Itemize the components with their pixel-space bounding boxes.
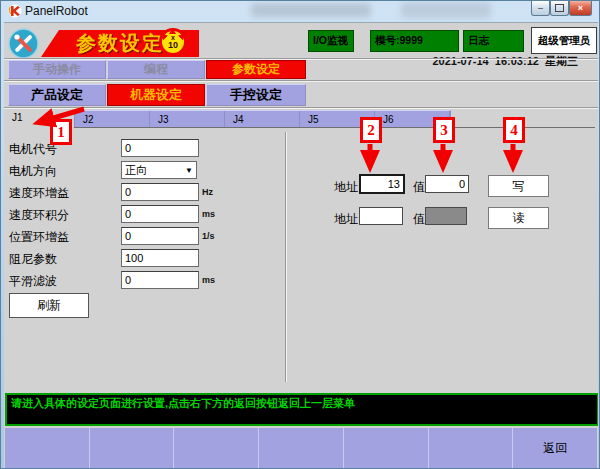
tab-product-settings[interactable]: 产品设定 <box>8 84 106 106</box>
tab-handctrl-settings[interactable]: 手控设定 <box>206 84 306 106</box>
status-bar: 请进入具体的设定页面进行设置,点击右下方的返回按钮返回上一层菜单 <box>5 393 598 426</box>
field-label-smooth-filter: 平滑滤波 <box>9 273 57 290</box>
divider <box>4 80 598 82</box>
bottom-button-empty-5[interactable] <box>343 428 428 468</box>
annotation-marker-2: 2 <box>360 117 382 143</box>
maximize-icon <box>555 4 564 12</box>
tab-machine-settings[interactable]: 机器设定 <box>107 84 205 106</box>
speed-loop-integral-input[interactable] <box>121 205 199 223</box>
motor-direction-value: 正向 <box>125 163 147 178</box>
close-button[interactable]: × <box>569 1 592 16</box>
tab-programming[interactable]: 编程 <box>107 60 205 79</box>
window-title: PanelRobot <box>25 4 88 18</box>
position-loop-gain-input[interactable] <box>121 227 199 245</box>
axis-tab-j3[interactable]: J3 <box>150 111 225 127</box>
titlebar-glass-blur <box>401 2 491 18</box>
field-label-motor-direction: 电机方向 <box>9 163 57 180</box>
write-value-label: 值 <box>413 179 425 196</box>
field-label-damping-param: 阻尼参数 <box>9 251 57 268</box>
write-button[interactable]: 写 <box>488 175 549 197</box>
dropdown-arrow-icon: ▼ <box>185 166 193 175</box>
tab-manual-operation[interactable]: 手动操作 <box>8 60 106 79</box>
window-controls: – × <box>531 1 592 16</box>
write-address-input[interactable] <box>359 174 405 194</box>
bottom-button-bar: 返回 <box>5 428 597 468</box>
bottom-button-empty-3[interactable] <box>173 428 258 468</box>
refresh-button[interactable]: 刷新 <box>9 293 89 318</box>
client-area: 参数设定 x 10 I/O监视 模号:9999 日志 超级管理员 2021-07… <box>4 22 598 468</box>
speed-loop-gain-input[interactable] <box>121 183 199 201</box>
panel-divider <box>285 132 287 382</box>
tools-icon <box>8 28 39 59</box>
axis-tab-j4[interactable]: J4 <box>225 111 300 127</box>
write-address-label: 地址 <box>334 179 358 196</box>
axis-tab-j2[interactable]: J2 <box>75 111 150 127</box>
axis-tab-j1-active[interactable]: J1 <box>12 112 23 123</box>
divider <box>4 107 598 109</box>
app-window: PanelRobot – × 参数设定 x 10 I/O监视 模号:9999 日… <box>0 0 600 469</box>
datetime-display: 2021-07-14 16:03:12 星期三 <box>432 54 578 69</box>
write-value-input[interactable] <box>425 175 469 193</box>
annotation-marker-1: 1 <box>50 119 72 145</box>
user-role-badge[interactable]: 超级管理员 <box>531 27 597 54</box>
bottom-button-empty-6[interactable] <box>428 428 513 468</box>
read-button[interactable]: 读 <box>488 207 549 229</box>
gauge-bottom-label: 10 <box>168 41 178 50</box>
bottom-button-empty-4[interactable] <box>258 428 343 468</box>
unit-1s-label: 1/s <box>202 231 215 241</box>
motor-direction-select[interactable]: 正向 ▼ <box>121 161 197 179</box>
gauge-x10-icon: x 10 <box>159 28 187 56</box>
log-button[interactable]: 日志 <box>463 30 524 52</box>
unit-ms-label: ms <box>202 275 215 285</box>
unit-ms-label: ms <box>202 209 215 219</box>
title-bar: PanelRobot – × <box>1 1 599 22</box>
read-value-label: 值 <box>413 211 425 228</box>
field-label-speed-loop-gain: 速度环增益 <box>9 185 69 202</box>
read-address-input[interactable] <box>359 207 403 225</box>
damping-param-input[interactable] <box>121 249 199 267</box>
annotation-marker-3: 3 <box>433 117 455 143</box>
app-logo-icon <box>8 4 22 18</box>
field-label-position-loop-gain: 位置环增益 <box>9 229 69 246</box>
read-address-label: 地址 <box>334 211 358 228</box>
gauge-notch <box>169 28 176 34</box>
minimize-button[interactable]: – <box>531 1 550 16</box>
titlebar-glass-blur <box>251 3 371 17</box>
tab-parameter-settings[interactable]: 参数设定 <box>206 60 306 79</box>
unit-hz-label: Hz <box>202 187 213 197</box>
io-monitor-button[interactable]: I/O监视 <box>308 30 354 52</box>
field-label-speed-loop-integral: 速度环积分 <box>9 207 69 224</box>
status-message: 请进入具体的设定页面进行设置,点击右下方的返回按钮返回上一层菜单 <box>7 395 597 412</box>
bottom-button-empty-1[interactable] <box>5 428 89 468</box>
motor-code-input[interactable] <box>121 139 199 157</box>
page-title: 参数设定 <box>76 30 164 57</box>
annotation-marker-4: 4 <box>503 117 525 143</box>
bottom-button-empty-2[interactable] <box>89 428 174 468</box>
smooth-filter-input[interactable] <box>121 271 199 289</box>
maximize-button[interactable] <box>550 1 569 16</box>
return-button[interactable]: 返回 <box>512 428 597 468</box>
axis-tab-strip: J2 J3 J4 J5 J6 <box>74 110 451 128</box>
module-number-display[interactable]: 模号:9999 <box>370 30 459 52</box>
read-value-display <box>425 207 467 225</box>
